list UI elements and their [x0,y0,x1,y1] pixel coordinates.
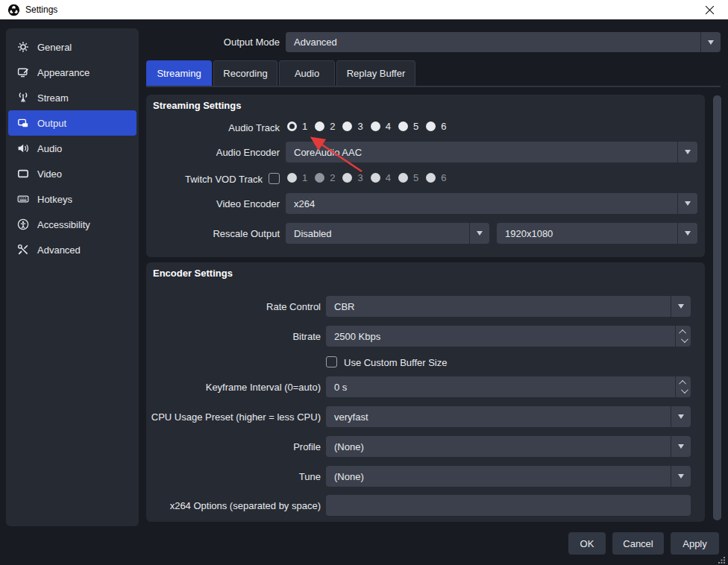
encoder-settings-group: Encoder Settings Rate Control CBR Bitrat… [146,262,705,522]
bitrate-label: Bitrate [146,330,321,343]
audio-track-option-2[interactable]: 2 [315,121,335,132]
audio-encoder-value: CoreAudio AAC [286,147,362,158]
cancel-button[interactable]: Cancel [612,532,664,555]
x264-options-input[interactable] [326,495,691,516]
radio-label: 3 [357,172,363,183]
audio-track-option-3[interactable]: 3 [342,121,363,132]
audio-track-label: Audio Track [146,121,280,134]
tab-streaming[interactable]: Streaming [146,60,212,86]
spinner-arrows-icon[interactable] [675,326,691,347]
vertical-scrollbar-thumb[interactable] [713,95,721,520]
tab-streaming-label: Streaming [157,68,201,79]
apply-button-label: Apply [682,538,707,549]
window-title: Settings [25,4,57,15]
apply-button[interactable]: Apply [671,532,719,555]
audio-track-option-1[interactable]: 1 [287,121,307,132]
output-icon [16,117,29,130]
sidebar-item-advanced[interactable]: Advanced [8,237,136,262]
speaker-icon [16,142,29,155]
close-icon[interactable] [698,0,721,19]
sidebar-item-accessibility[interactable]: Accessibility [8,212,136,237]
use-custom-buffer-size-label: Use Custom Buffer Size [344,356,447,369]
radio-checked-icon [287,121,297,131]
rescale-resolution-dropdown[interactable]: 1920x1080 [497,223,697,244]
video-encoder-dropdown[interactable]: x264 [286,193,697,214]
tab-audio[interactable]: Audio [279,60,335,86]
keyframe-interval-spinbox[interactable]: 0 s [326,376,691,397]
sidebar-item-label: Appearance [37,67,90,78]
vod-track-option-1[interactable]: 1 [287,172,307,183]
radio-label: 2 [330,121,335,132]
vod-track-option-2[interactable]: 2 [315,172,335,183]
tune-value: (None) [326,471,364,482]
output-mode-dropdown[interactable]: Advanced [286,32,721,52]
radio-label: 2 [330,172,335,183]
radio-icon [426,173,436,183]
radio-icon [342,173,352,183]
chevron-down-icon [671,296,691,317]
vod-track-option-3[interactable]: 3 [342,172,363,183]
window-resize-grip[interactable] [718,557,726,564]
bitrate-spinbox[interactable]: 2500 Kbps [326,326,691,347]
rate-control-dropdown[interactable]: CBR [326,296,691,317]
audio-track-option-4[interactable]: 4 [371,121,391,132]
gear-icon [16,41,29,54]
appearance-icon [16,66,29,79]
keyboard-icon [16,193,29,206]
tab-divider [146,86,721,87]
sidebar-item-video[interactable]: Video [8,161,136,186]
rescale-mode-dropdown[interactable]: Disabled [286,223,489,244]
use-custom-buffer-size-checkbox[interactable] [326,356,337,367]
radio-icon [371,121,380,131]
chevron-down-icon [677,193,697,214]
spinner-arrows-icon[interactable] [675,376,691,397]
sidebar-item-audio[interactable]: Audio [8,136,136,161]
titlebar: Settings [0,0,728,19]
output-mode-label: Output Mode [172,36,280,48]
sidebar-item-label: Output [37,118,66,129]
audio-track-option-6[interactable]: 6 [426,121,446,132]
streaming-settings-group: Streaming Settings Audio Track 1 2 3 4 5 [146,95,705,257]
vod-track-option-6[interactable]: 6 [426,172,446,183]
radio-icon [398,121,408,131]
tab-replay-buffer[interactable]: Replay Buffer [336,60,415,86]
sidebar-item-output[interactable]: Output [8,110,136,136]
x264-options-label: x264 Options (separated by space) [146,499,321,512]
output-mode-value: Advanced [286,37,337,48]
chevron-down-icon [677,223,697,244]
rate-control-label: Rate Control [146,300,321,313]
tune-dropdown[interactable]: (None) [326,466,691,487]
audio-track-option-5[interactable]: 5 [398,121,418,132]
radio-icon [371,173,380,183]
tab-audio-label: Audio [295,68,319,79]
sidebar-item-stream[interactable]: Stream [8,85,136,110]
radio-icon [398,173,408,183]
twitch-vod-track-checkbox[interactable] [269,173,280,184]
ok-button[interactable]: OK [568,532,606,555]
radio-icon [342,121,352,131]
radio-label: 3 [357,121,363,132]
sidebar-item-general[interactable]: General [8,34,136,60]
audio-encoder-dropdown[interactable]: CoreAudio AAC [286,142,697,162]
rescale-mode-value: Disabled [286,228,332,239]
sidebar-item-appearance[interactable]: Appearance [8,60,136,85]
sidebar-item-label: Video [37,168,62,180]
vod-track-option-4[interactable]: 4 [371,172,391,183]
audio-track-radio-group: 1 2 3 4 5 6 [287,121,446,132]
sidebar-item-label: Audio [37,143,62,154]
cpu-usage-preset-dropdown[interactable]: veryfast [326,406,691,427]
cancel-button-label: Cancel [623,538,653,549]
twitch-vod-radio-group: 1 2 3 4 5 6 [287,172,446,183]
monitor-icon [16,168,29,180]
antenna-icon [16,92,29,104]
rescale-resolution-value: 1920x1080 [497,228,553,239]
tab-recording[interactable]: Recording [213,60,277,86]
vod-track-option-5[interactable]: 5 [398,172,418,183]
chevron-down-icon [671,436,691,457]
profile-dropdown[interactable]: (None) [326,436,691,457]
chevron-down-icon [671,466,691,487]
streaming-settings-title: Streaming Settings [153,100,241,111]
twitch-vod-track-label: Twitch VOD Track [146,173,263,186]
sidebar-item-hotkeys[interactable]: Hotkeys [8,186,136,212]
radio-icon [315,121,324,131]
